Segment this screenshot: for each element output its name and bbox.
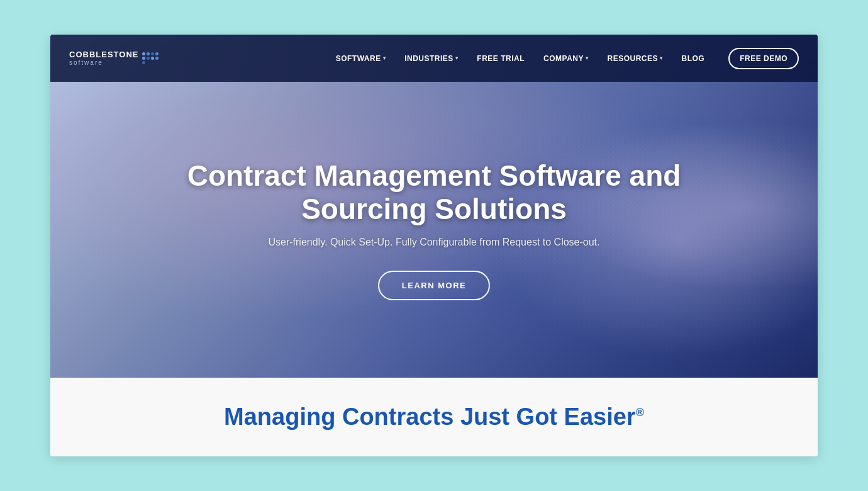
logo-dot <box>151 52 154 55</box>
nav-links: SOFTWARE ▾ INDUSTRIES ▾ FREE TRIAL COMPA… <box>328 48 799 69</box>
logo-dots <box>142 52 160 64</box>
logo-dot <box>147 52 150 55</box>
logo-brand: COBBLESTONE <box>69 50 138 59</box>
chevron-down-icon: ▾ <box>455 55 459 61</box>
logo-dot <box>147 57 150 60</box>
hero-section: COBBLESTONE software SOFTWARE <box>50 35 818 378</box>
nav-item-industries[interactable]: INDUSTRIES ▾ <box>397 49 465 68</box>
nav-item-company[interactable]: COMPANY ▾ <box>536 49 596 68</box>
hero-content: Contract Management Software and Sourcin… <box>50 82 818 378</box>
bottom-headline: Managing Contracts Just Got Easier® <box>224 404 644 431</box>
hero-title: Contract Management Software and Sourcin… <box>164 159 704 226</box>
nav-item-software[interactable]: SOFTWARE ▾ <box>328 49 394 68</box>
logo-dot <box>142 61 145 64</box>
nav-item-free-trial[interactable]: FREE TRIAL <box>469 49 532 68</box>
logo-sub: software <box>69 59 138 66</box>
chevron-down-icon: ▾ <box>660 55 663 61</box>
nav-item-resources[interactable]: RESOURCES ▾ <box>599 49 670 68</box>
navbar: COBBLESTONE software SOFTWARE <box>50 35 818 82</box>
logo-text-area: COBBLESTONE software <box>69 50 138 66</box>
logo-dot <box>142 57 145 60</box>
nav-item-blog[interactable]: BLOG <box>674 49 712 68</box>
hero-subtitle: User-friendly. Quick Set-Up. Fully Confi… <box>268 237 599 248</box>
logo[interactable]: COBBLESTONE software <box>69 50 160 66</box>
bottom-section: Managing Contracts Just Got Easier® <box>50 378 818 456</box>
logo-dot <box>155 52 159 55</box>
page-wrapper: COBBLESTONE software SOFTWARE <box>50 35 818 456</box>
chevron-down-icon: ▾ <box>586 55 589 61</box>
chevron-down-icon: ▾ <box>383 55 386 61</box>
logo-dot <box>155 57 159 60</box>
logo-dot <box>151 57 154 60</box>
learn-more-button[interactable]: LEARN MORE <box>378 271 490 300</box>
free-demo-button[interactable]: FREE DEMO <box>728 48 799 69</box>
logo-dot <box>142 52 145 55</box>
